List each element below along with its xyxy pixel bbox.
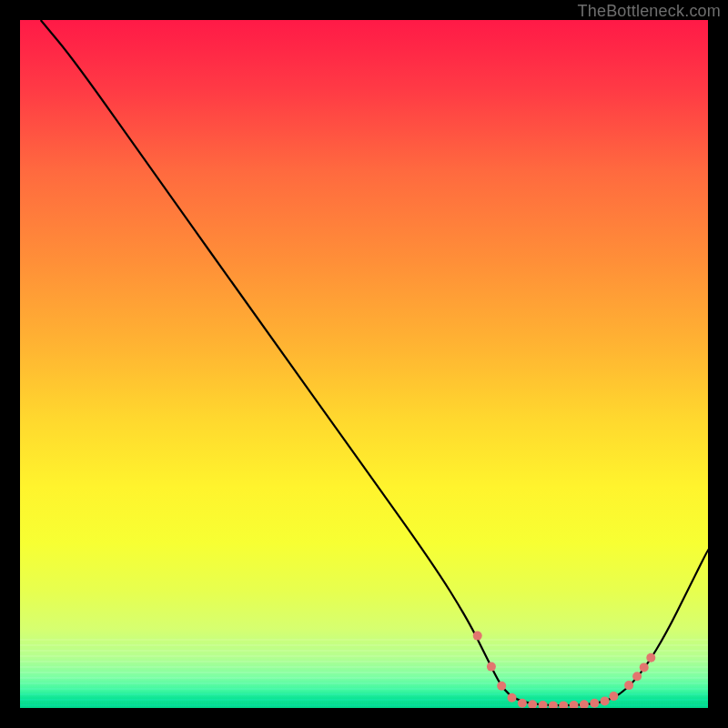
curve-marker	[609, 692, 618, 701]
plot-area	[20, 20, 708, 708]
curve-marker	[646, 653, 655, 662]
curve-marker	[518, 699, 527, 708]
curve-marker	[508, 693, 517, 703]
curve-marker	[497, 682, 506, 691]
chart-frame: TheBottleneck.com	[0, 0, 728, 728]
curve-marker	[528, 700, 537, 708]
curve-marker	[640, 662, 649, 672]
curve-marker	[632, 672, 642, 681]
curve-marker	[624, 681, 633, 690]
curve-marker	[580, 700, 589, 708]
curve-marker	[487, 662, 496, 672]
curve-line	[41, 20, 708, 705]
curve-marker	[473, 632, 482, 641]
curve-marker	[559, 701, 568, 708]
curve-marker	[549, 701, 558, 708]
attribution-label: TheBottleneck.com	[578, 2, 721, 21]
curve-marker	[539, 701, 548, 708]
curve-markers	[473, 632, 656, 708]
curve-marker	[590, 699, 599, 708]
curve-marker	[601, 696, 610, 705]
curve-marker	[570, 701, 579, 708]
bottleneck-curve	[20, 20, 708, 708]
